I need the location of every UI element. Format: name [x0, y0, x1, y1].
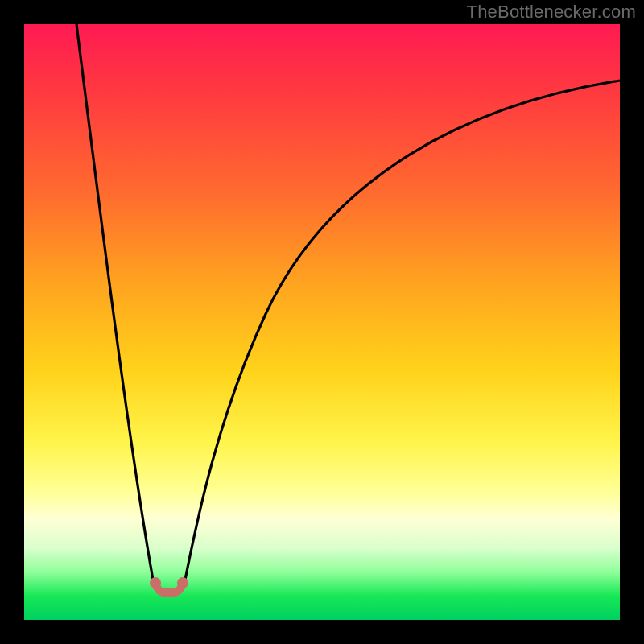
- chart-container: TheBottlenecker.com: [0, 0, 644, 644]
- curves-svg: [24, 24, 620, 620]
- watermark-text: TheBottlenecker.com: [467, 2, 636, 23]
- curve-right: [178, 80, 620, 590]
- trough-dot-left: [150, 577, 161, 588]
- trough-dot-right: [177, 577, 188, 588]
- curve-left: [76, 24, 160, 590]
- plot-area: [24, 24, 620, 620]
